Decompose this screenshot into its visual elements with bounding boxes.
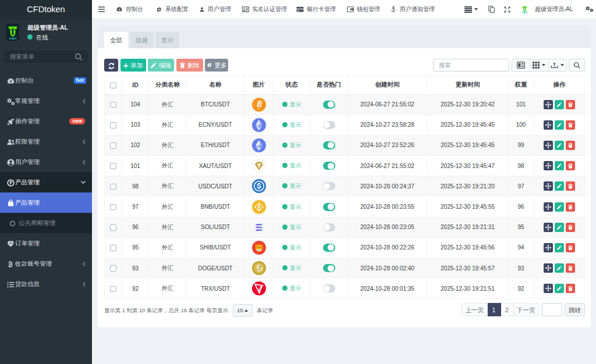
svg-text:TITANFX: TITANFX: [9, 38, 17, 40]
svg-text:TITANFX: TITANFX: [522, 12, 528, 14]
